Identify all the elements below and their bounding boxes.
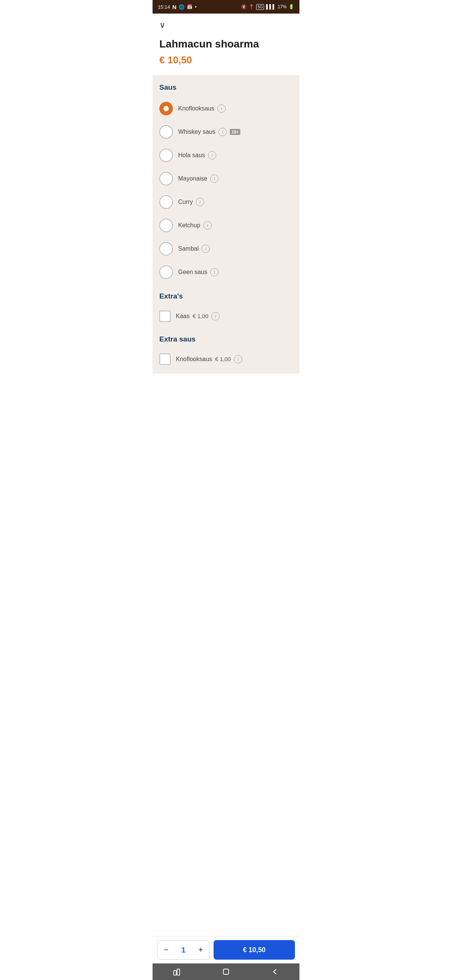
option-hola-saus[interactable]: Hola saus i [152, 143, 300, 167]
product-price: € 10,50 [159, 54, 293, 66]
option-extra-knoflooksaus[interactable]: Knoflooksaus € 1,00 i [152, 348, 300, 370]
label-whiskey-saus: Whiskey saus i 18+ [178, 128, 293, 136]
section-title-extra-saus: Extra saus [152, 327, 300, 348]
option-geen-saus[interactable]: Geen saus i [152, 261, 300, 284]
label-ketchup: Ketchup i [178, 221, 293, 229]
label-mayonaise: Mayonaise i [178, 175, 293, 183]
product-header: Lahmacun shoarma € 10,50 [152, 34, 300, 75]
browser-icon: 🌐 [179, 4, 185, 10]
radio-curry[interactable] [159, 195, 173, 209]
info-icon-geen-saus[interactable]: i [210, 268, 219, 276]
info-icon-knoflooksaus[interactable]: i [217, 104, 226, 113]
status-left: 15:14 N 🌐 📅 • [158, 4, 197, 10]
status-right: 🔇 📍 5G ▌▌▌ 17% 🔋 [241, 4, 294, 10]
battery-icon: 🔋 [289, 4, 294, 10]
mute-icon: 🔇 [241, 4, 247, 10]
dot-icon: • [195, 4, 197, 10]
5g-badge: 5G [256, 4, 264, 10]
info-icon-hola-saus[interactable]: i [208, 151, 216, 159]
radio-hola-saus[interactable] [159, 148, 173, 162]
options-section: Saus Knoflooksaus i Whiskey saus i 18+ H… [152, 75, 300, 374]
info-icon-extra-knoflooksaus[interactable]: i [234, 355, 242, 363]
label-hola-saus: Hola saus i [178, 151, 293, 159]
price-extra-knoflooksaus: € 1,00 [215, 356, 231, 362]
signal-icon: ▌▌▌ [266, 4, 276, 10]
radio-whiskey-saus[interactable] [159, 125, 173, 139]
option-sambal[interactable]: Sambal i [152, 237, 300, 261]
option-mayonaise[interactable]: Mayonaise i [152, 167, 300, 190]
option-curry[interactable]: Curry i [152, 190, 300, 214]
option-knoflooksaus[interactable]: Knoflooksaus i [152, 97, 300, 120]
option-whiskey-saus[interactable]: Whiskey saus i 18+ [152, 120, 300, 143]
age-badge-whiskey: 18+ [230, 129, 241, 135]
battery-text: 17% [278, 4, 287, 10]
info-icon-kaas[interactable]: i [211, 312, 220, 320]
label-sambal: Sambal i [178, 245, 293, 253]
location-icon: 📍 [249, 4, 254, 10]
chevron-down-icon: ∨ [159, 21, 165, 30]
label-extra-knoflooksaus: Knoflooksaus € 1,00 i [176, 355, 293, 363]
product-title: Lahmacun shoarma [159, 38, 293, 51]
label-geen-saus: Geen saus i [178, 268, 293, 276]
checkbox-extra-knoflooksaus[interactable] [159, 353, 171, 365]
section-title-saus: Saus [152, 75, 300, 97]
time: 15:14 [158, 4, 170, 10]
back-button[interactable]: ∨ [152, 14, 300, 34]
info-icon-sambal[interactable]: i [201, 245, 210, 253]
info-icon-curry[interactable]: i [196, 198, 204, 206]
checkbox-kaas[interactable] [159, 310, 171, 322]
radio-knoflooksaus[interactable] [159, 102, 173, 115]
section-title-extras: Extra's [152, 284, 300, 306]
option-ketchup[interactable]: Ketchup i [152, 214, 300, 237]
price-kaas: € 1,00 [192, 313, 208, 319]
calendar-icon: 📅 [187, 4, 192, 10]
label-curry: Curry i [178, 198, 293, 206]
label-knoflooksaus: Knoflooksaus i [178, 104, 293, 113]
label-kaas: Kaas € 1,00 i [176, 312, 293, 320]
info-icon-whiskey-saus[interactable]: i [219, 128, 227, 136]
radio-mayonaise[interactable] [159, 172, 173, 185]
radio-ketchup[interactable] [159, 219, 173, 232]
radio-geen-saus[interactable] [159, 266, 173, 279]
radio-sambal[interactable] [159, 242, 173, 256]
netflix-icon: N [173, 4, 177, 10]
status-bar: 15:14 N 🌐 📅 • 🔇 📍 5G ▌▌▌ 17% 🔋 [152, 0, 300, 14]
info-icon-mayonaise[interactable]: i [210, 175, 219, 183]
info-icon-ketchup[interactable]: i [203, 221, 212, 229]
option-kaas[interactable]: Kaas € 1,00 i [152, 306, 300, 327]
